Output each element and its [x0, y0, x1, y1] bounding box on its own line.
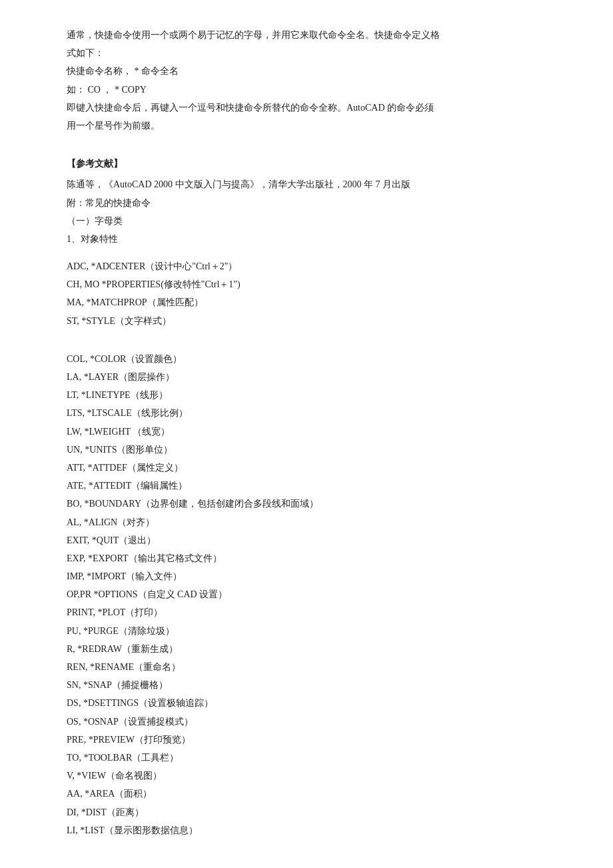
reference-block: 【参考文献】 陈通等，《AutoCAD 2000 中文版入门与提高》，清华大学出…: [67, 155, 546, 247]
properties-block: ADC, *ADCENTER（设计中心"Ctrl＋2"）CH, MO *PROP…: [67, 258, 546, 329]
setting-item-16: R, *REDRAW（重新生成）: [67, 641, 546, 657]
reference-line2: 附：常见的快捷命令: [67, 195, 546, 211]
intro-line1: 通常，快捷命令使用一个或两个易于记忆的字母，并用它来取代命令全名。快捷命令定义格: [67, 27, 546, 43]
property-item-0: ADC, *ADCENTER（设计中心"Ctrl＋2"）: [67, 258, 546, 275]
setting-item-5: UN, *UNITS（图形单位）: [67, 441, 546, 458]
setting-item-4: LW, *LWEIGHT （线宽）: [67, 423, 546, 440]
setting-item-0: COL, *COLOR（设置颜色）: [67, 351, 546, 367]
setting-item-3: LTS, *LTSCALE（线形比例）: [67, 405, 546, 421]
setting-item-21: PRE, *PREVIEW（打印预览）: [67, 731, 546, 748]
reference-line1: 陈通等，《AutoCAD 2000 中文版入门与提高》，清华大学出版社，2000…: [67, 176, 546, 193]
setting-item-23: V, *VIEW（命名视图）: [67, 767, 546, 784]
reference-line4: 1、对象特性: [67, 231, 546, 247]
setting-item-20: OS, *OSNAP（设置捕捉模式）: [67, 713, 546, 730]
setting-item-10: EXIT, *QUIT（退出）: [67, 532, 546, 549]
intro-line3: 快捷命令名称， * 命令全名: [67, 63, 546, 79]
setting-item-2: LT, *LINETYPE（线形）: [67, 387, 546, 403]
setting-item-25: DI, *DIST（距离）: [67, 804, 546, 821]
intro-block: 通常，快捷命令使用一个或两个易于记忆的字母，并用它来取代命令全名。快捷命令定义格…: [67, 27, 546, 134]
setting-item-14: PRINT, *PLOT（打印）: [67, 604, 546, 621]
property-item-2: MA, *MATCHPROP（属性匹配）: [67, 294, 546, 311]
setting-item-11: EXP, *EXPORT（输出其它格式文件）: [67, 550, 546, 567]
setting-item-19: DS, *DSETTINGS（设置极轴追踪）: [67, 695, 546, 711]
setting-item-7: ATE, *ATTEDIT（编辑属性）: [67, 477, 546, 494]
reference-title: 【参考文献】: [67, 155, 546, 172]
reference-line3: （一）字母类: [67, 213, 546, 229]
setting-item-22: TO, *TOOLBAR（工具栏）: [67, 749, 546, 766]
setting-item-1: LA, *LAYER（图层操作）: [67, 369, 546, 385]
intro-line2: 式如下：: [67, 45, 546, 61]
settings-block: COL, *COLOR（设置颜色）LA, *LAYER（图层操作）LT, *LI…: [67, 351, 546, 839]
property-item-1: CH, MO *PROPERTIES(修改特性"Ctrl＋1"): [67, 276, 546, 293]
setting-item-26: LI, *LIST（显示图形数据信息）: [67, 822, 546, 839]
setting-item-17: REN, *RENAME（重命名）: [67, 659, 546, 675]
setting-item-13: OP,PR *OPTIONS（自定义 CAD 设置）: [67, 586, 546, 603]
intro-line5: 即键入快捷命令后，再键入一个逗号和快捷命令所替代的命令全称。AutoCAD 的命…: [67, 99, 546, 116]
intro-line4: 如： CO ， * COPY: [67, 81, 546, 98]
setting-item-6: ATT, *ATTDEF（属性定义）: [67, 459, 546, 476]
setting-item-24: AA, *AREA（面积）: [67, 785, 546, 802]
main-content: 通常，快捷命令使用一个或两个易于记忆的字母，并用它来取代命令全名。快捷命令定义格…: [0, 0, 613, 868]
setting-item-12: IMP, *IMPORT（输入文件）: [67, 568, 546, 585]
setting-item-9: AL, *ALIGN（对齐）: [67, 514, 546, 531]
setting-item-18: SN, *SNAP（捕捉栅格）: [67, 677, 546, 693]
setting-item-8: BO, *BOUNDARY（边界创建，包括创建闭合多段线和面域）: [67, 495, 546, 512]
setting-item-15: PU, *PURGE（清除垃圾）: [67, 623, 546, 639]
property-item-3: ST, *STYLE（文字样式）: [67, 313, 546, 329]
intro-line6: 用一个星号作为前缀。: [67, 117, 546, 134]
